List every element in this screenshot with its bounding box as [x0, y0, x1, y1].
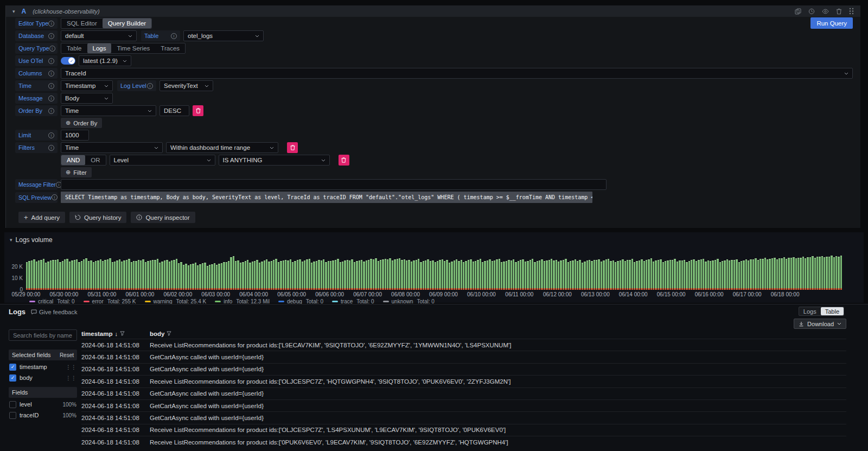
query-type-time-series[interactable]: Time Series: [111, 43, 155, 53]
volume-bar: [454, 261, 455, 290]
message-filter-input[interactable]: [61, 179, 607, 190]
volume-bar: [275, 259, 277, 290]
cell-timestamp: 2024-06-18 14:51:08: [81, 415, 150, 421]
table-row[interactable]: 2024-06-18 14:51:08GetCartAsync called w…: [81, 411, 846, 423]
volume-bar: [45, 263, 47, 290]
selected-field-body[interactable]: ✓body⋮⋮: [9, 373, 77, 382]
volume-bar: [788, 258, 789, 290]
query-type-logs[interactable]: Logs: [87, 43, 112, 53]
volume-bar: [128, 259, 130, 290]
volume-bar: [463, 262, 464, 290]
query-type-table[interactable]: Table: [61, 43, 87, 53]
editor-type-query-builder[interactable]: Query Builder: [103, 18, 151, 28]
volume-bar: [309, 259, 310, 290]
volume-bar: [541, 259, 542, 290]
database-select[interactable]: default: [61, 30, 137, 41]
table-row[interactable]: 2024-06-18 14:51:08GetCartAsync called w…: [81, 399, 846, 411]
table-select[interactable]: otel_logs: [183, 30, 264, 41]
view-table-option[interactable]: Table: [821, 307, 844, 315]
column-header-timestamp[interactable]: timestamp ↓: [81, 331, 150, 337]
reset-button[interactable]: Reset: [60, 352, 74, 358]
volume-bar: [375, 258, 376, 290]
table-row[interactable]: 2024-06-18 14:51:08GetCartAsync called w…: [81, 351, 846, 363]
table-row[interactable]: 2024-06-18 14:51:08Receive ListRecommend…: [81, 436, 846, 448]
query-history-button[interactable]: Query history: [69, 212, 126, 223]
time-column-select[interactable]: Timestamp: [61, 80, 113, 91]
columns-multiselect[interactable]: TraceId: [61, 68, 853, 79]
volume-bar: [195, 263, 196, 290]
eye-icon[interactable]: [822, 9, 829, 14]
available-field-traceID[interactable]: traceID100%: [9, 411, 77, 420]
available-field-level[interactable]: level100%: [9, 400, 77, 409]
y-tick-label: 20 K: [4, 264, 23, 270]
checkbox-unchecked[interactable]: [9, 401, 16, 408]
drag-handle-icon[interactable]: ⋮⋮: [66, 364, 76, 370]
comment-icon: [31, 309, 37, 315]
collapse-query-icon[interactable]: ▾: [12, 9, 15, 14]
volume-bar: [235, 261, 237, 290]
give-feedback-button[interactable]: Give feedback: [31, 309, 77, 315]
x-tick-label: 06/12 00:00: [543, 291, 572, 297]
message-label: Messagei: [15, 93, 58, 104]
checkbox-unchecked[interactable]: [9, 412, 16, 419]
add-filter-button[interactable]: ⊕ Filter: [61, 167, 92, 177]
log-level-select[interactable]: SeverityText: [159, 80, 213, 91]
volume-bar: [665, 261, 666, 290]
table-row[interactable]: 2024-06-18 14:51:08Receive ListRecommend…: [81, 339, 846, 351]
conjunction-or[interactable]: OR: [85, 155, 105, 165]
volume-bar: [180, 262, 182, 290]
download-button[interactable]: Download: [794, 319, 846, 329]
filter-operator-select[interactable]: Within dashboard time range: [166, 142, 278, 153]
limit-input[interactable]: [61, 130, 89, 141]
volume-bar: [40, 260, 42, 290]
trash-icon[interactable]: [836, 8, 842, 15]
run-query-button[interactable]: Run Query: [810, 17, 853, 29]
filter2-operator-select[interactable]: IS ANYTHING: [219, 155, 330, 166]
add-query-button[interactable]: + Add query: [18, 212, 65, 223]
table-row[interactable]: 2024-06-18 14:51:08GetCartAsync called w…: [81, 388, 846, 399]
info-icon: i: [48, 132, 54, 138]
filter-field-select[interactable]: Time: [61, 142, 163, 153]
column-header-body[interactable]: body: [150, 331, 846, 337]
checkbox-checked[interactable]: ✓: [9, 374, 16, 382]
checkbox-checked[interactable]: ✓: [9, 364, 16, 371]
query-inspector-button[interactable]: Query inspector: [131, 212, 195, 223]
message-column-select[interactable]: Body: [61, 93, 113, 104]
volume-bar: [66, 259, 68, 290]
clock-icon[interactable]: [808, 8, 815, 15]
order-direction-select[interactable]: DESC: [159, 105, 189, 116]
remove-filter2-button[interactable]: [339, 155, 349, 166]
volume-bar: [612, 261, 614, 290]
cell-body: GetCartAsync called with userId={userId}: [150, 403, 846, 409]
volume-bar: [249, 263, 251, 290]
volume-bar: [36, 262, 37, 290]
duplicate-icon[interactable]: [795, 8, 801, 15]
query-type-traces[interactable]: Traces: [155, 43, 185, 53]
remove-order-by-button[interactable]: [193, 105, 203, 116]
table-row[interactable]: 2024-06-18 14:51:08GetCartAsync called w…: [81, 363, 846, 375]
drag-handle-icon[interactable]: [849, 8, 854, 15]
volume-bar: [104, 260, 106, 290]
otel-version-select[interactable]: latest (1.2.9): [79, 55, 131, 66]
volume-bar: [641, 259, 642, 290]
table-row[interactable]: 2024-06-18 14:51:08Receive ListRecommend…: [81, 375, 846, 387]
volume-bar: [57, 259, 59, 290]
selected-field-timestamp[interactable]: ✓timestamp⋮⋮: [9, 363, 77, 371]
view-logs-option[interactable]: Logs: [799, 307, 821, 315]
remove-filter-button[interactable]: [287, 142, 298, 153]
search-fields-input[interactable]: [9, 329, 77, 341]
table-row[interactable]: 2024-06-18 14:51:08Receive ListRecommend…: [81, 424, 846, 436]
volume-bar: [752, 259, 754, 290]
use-otel-toggle[interactable]: ✓: [61, 57, 75, 65]
add-order-by-button[interactable]: ⊕ Order By: [61, 118, 102, 128]
debug-swatch-icon: [278, 301, 284, 302]
table-label: Tablei: [141, 30, 180, 41]
filter2-field-select[interactable]: Level: [110, 155, 215, 166]
volume-bar: [534, 262, 535, 290]
order-by-select[interactable]: Time: [61, 105, 156, 116]
drag-handle-icon[interactable]: ⋮⋮: [66, 375, 76, 381]
conjunction-and[interactable]: AND: [61, 155, 85, 165]
editor-type-sql-editor[interactable]: SQL Editor: [61, 18, 103, 28]
volume-bar: [204, 263, 206, 290]
collapse-logs-volume-icon[interactable]: ▾: [10, 237, 12, 243]
